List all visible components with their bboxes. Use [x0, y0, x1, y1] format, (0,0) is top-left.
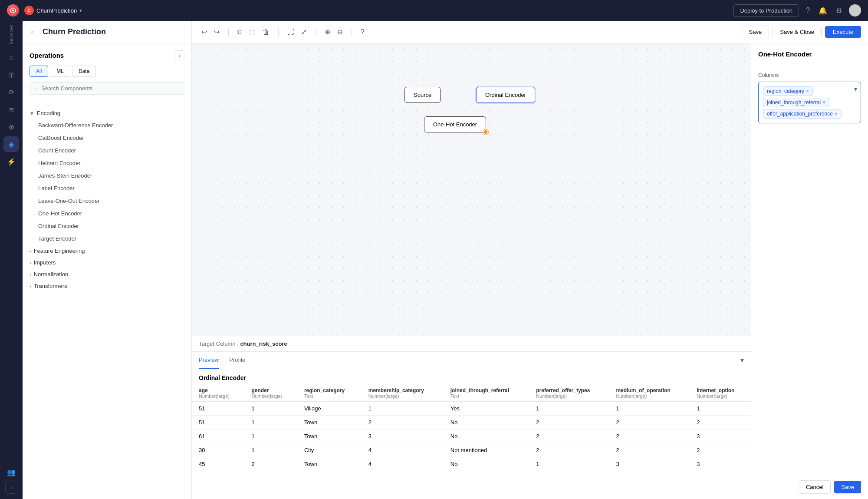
back-button[interactable]: ← — [30, 27, 37, 36]
notifications-icon[interactable]: 🔔 — [817, 5, 829, 17]
table-cell: 2 — [690, 443, 751, 457]
table-body: 511Village1Yes111511Town2No222611Town3No… — [192, 402, 751, 471]
category-encoding[interactable]: ▼ Encoding — [23, 107, 191, 119]
save-close-button[interactable]: Save & Close — [773, 26, 822, 38]
table-cell: Yes — [444, 402, 529, 416]
paste-button[interactable]: ⬚ — [247, 26, 258, 38]
save-button[interactable]: Save — [742, 26, 769, 38]
remove-column-icon[interactable]: × — [835, 111, 838, 117]
node-one-hot-encoder-label: One-Hot Encoder — [433, 121, 477, 128]
save-right-button[interactable]: Save — [834, 481, 861, 493]
project-selector[interactable]: C ChurnPrediction ▾ — [24, 6, 82, 15]
user-avatar[interactable] — [849, 4, 861, 17]
table-cell: 1 — [244, 430, 297, 443]
svg-point-0 — [12, 10, 14, 11]
column-tag-label: region_category — [767, 88, 804, 94]
encoder-table-title: Ordinal Encoder — [192, 369, 751, 385]
item-label-encoder[interactable]: Label Encoder — [23, 182, 191, 195]
item-leave-one-out-encoder[interactable]: Leave-One-Out Encoder — [23, 195, 191, 207]
category-normalization[interactable]: › Normalization — [23, 268, 191, 280]
services-icon-people[interactable]: 👥 — [3, 464, 19, 480]
table-cell: No — [444, 457, 529, 471]
remove-column-icon[interactable]: × — [822, 99, 825, 106]
item-james-stein-encoder[interactable]: James-Stein Encoder — [23, 169, 191, 182]
pipeline-canvas[interactable]: Source Ordinal Encoder One-Hot Encoder T… — [192, 43, 751, 351]
services-icon-graph[interactable]: ⊛ — [3, 119, 19, 135]
expand-button[interactable]: ⤢ — [299, 26, 309, 38]
search-icon: ⌕ — [34, 85, 38, 92]
cancel-button[interactable]: Cancel — [799, 480, 831, 494]
delete-button[interactable]: 🗑 — [260, 26, 272, 38]
search-input[interactable] — [41, 85, 180, 92]
node-one-hot-encoder[interactable]: One-Hot Encoder — [424, 116, 486, 132]
pipeline-help-button[interactable]: ? — [358, 26, 367, 38]
remove-column-icon[interactable]: × — [806, 88, 809, 94]
select-chevron-icon: ▾ — [854, 86, 857, 93]
target-value: churn_risk_score — [240, 340, 287, 347]
item-helmert-encoder[interactable]: Helmert Encoder — [23, 157, 191, 169]
column-tag[interactable]: region_category× — [763, 86, 813, 96]
item-one-hot-encoder[interactable]: One-Hot Encoder — [23, 207, 191, 220]
table-row: 611Town3No223 — [192, 430, 751, 443]
filter-tab-all[interactable]: All — [30, 66, 48, 77]
node-ordinal-encoder-label: Ordinal Encoder — [485, 92, 526, 98]
col-header-joined-through-referral: joined_through_referral Text — [444, 385, 529, 402]
services-icon-chart[interactable]: ≋ — [3, 102, 19, 117]
item-backward-difference-encoder[interactable]: Backward-Difference Encoder — [23, 119, 191, 132]
table-cell: 3 — [362, 430, 444, 443]
category-transformers[interactable]: › Transformers — [23, 280, 191, 292]
canvas-background — [192, 43, 751, 351]
column-tag[interactable]: offer_application_preference× — [763, 109, 842, 119]
target-column-bar: Target Column : churn_risk_score — [192, 336, 751, 351]
table-cell: 2 — [362, 416, 444, 430]
collapse-panel-button[interactable]: › — [175, 50, 184, 60]
node-ordinal-encoder[interactable]: Ordinal Encoder — [476, 87, 535, 103]
column-tag[interactable]: joined_through_referral× — [763, 98, 829, 107]
help-icon[interactable]: ? — [804, 5, 812, 16]
table-header-row: age Number(large) gender Number(large) r… — [192, 385, 751, 402]
services-add-button[interactable]: + — [5, 482, 17, 494]
item-ordinal-encoder[interactable]: Ordinal Encoder — [23, 220, 191, 232]
services-icon-rocket[interactable]: ⚡ — [3, 154, 19, 169]
right-panel: One-Hot Encoder Columns ▾ region_categor… — [751, 43, 868, 499]
table-cell: Town — [297, 457, 362, 471]
node-source[interactable]: Source — [404, 87, 441, 103]
column-tags: region_category×joined_through_referral×… — [762, 86, 857, 119]
category-feature-engineering[interactable]: › Feature Engineering — [23, 245, 191, 257]
settings-icon[interactable]: ⚙ — [834, 5, 844, 17]
filter-tab-ml[interactable]: ML — [50, 66, 70, 77]
item-count-encoder[interactable]: Count Encoder — [23, 144, 191, 157]
right-panel-body: Columns ▾ region_category×joined_through… — [751, 65, 868, 475]
tab-preview[interactable]: Preview — [199, 352, 219, 369]
item-target-encoder[interactable]: Target Encoder — [23, 232, 191, 245]
table-cell: 45 — [192, 457, 244, 471]
services-icon-pipeline[interactable]: ◈ — [3, 136, 19, 152]
table-cell: 2 — [609, 430, 690, 443]
table-cell: 2 — [529, 416, 609, 430]
table-cell: 2 — [529, 443, 609, 457]
category-imputers[interactable]: › Imputers — [23, 257, 191, 268]
zoom-in-button[interactable]: ⊕ — [322, 26, 333, 38]
panel-dropdown-icon[interactable]: ▾ — [740, 356, 744, 364]
zoom-out-button[interactable]: ⊖ — [335, 26, 345, 38]
table-row: 452Town4No133 — [192, 457, 751, 471]
services-icon-home[interactable]: ⌂ — [3, 50, 19, 65]
redo-button[interactable]: ↪ — [211, 26, 222, 38]
execute-button[interactable]: Execute — [825, 26, 861, 38]
undo-button[interactable]: ↩ — [199, 26, 210, 38]
filter-tab-data[interactable]: Data — [72, 66, 96, 77]
services-icon-db[interactable]: ◫ — [3, 67, 19, 83]
deploy-to-production-button[interactable]: Deploy to Production — [733, 4, 799, 17]
services-icon-layers[interactable]: ⟳ — [3, 84, 19, 100]
component-list: ▼ Encoding Backward-Difference Encoder C… — [23, 107, 191, 499]
copy-button[interactable]: ⧉ — [235, 26, 245, 38]
fit-view-button[interactable]: ⛶ — [285, 26, 297, 38]
imputers-label: Imputers — [34, 259, 56, 266]
services-label: Services — [9, 24, 14, 44]
item-catboost-encoder[interactable]: CatBoost Encoder — [23, 132, 191, 144]
table-cell: 61 — [192, 430, 244, 443]
pipeline-toolbar-bar: ↩ ↪ ⧉ ⬚ 🗑 ⛶ ⤢ ⊕ ⊖ ? Save Save & C — [192, 21, 868, 43]
col-header-medium-of-operation: medium_of_operation Number(large) — [609, 385, 690, 402]
columns-select[interactable]: ▾ region_category×joined_through_referra… — [758, 82, 861, 123]
tab-profile[interactable]: Profile — [229, 352, 245, 369]
